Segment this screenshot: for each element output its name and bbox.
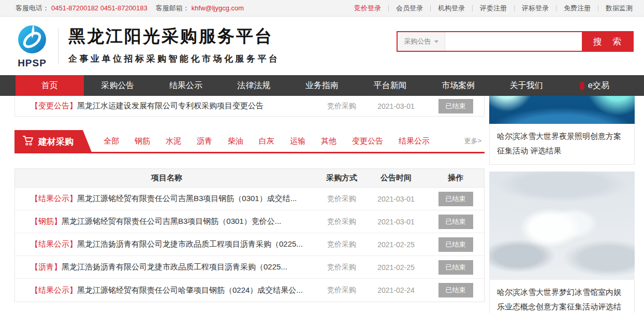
nav-procurement-notices[interactable]: 采购公告 [84, 75, 152, 96]
topbar-links: 竞价登录 会员登录 机构登录 评委注册 评标登录 免费注册 数据监测 [354, 4, 633, 13]
announcement-link[interactable]: 【结果公示】黑龙江源铭经贸有限责任公司哈肇项目钢筋（0224）成交结果公... [15, 286, 318, 295]
procurement-method: 竞价采购 [318, 263, 365, 272]
nav-home[interactable]: 首页 [16, 75, 84, 96]
contact-info: 客服电话： 0451-87200182 0451-87200183 客服邮箱： … [16, 4, 244, 13]
link-org-login[interactable]: 机构登录 [423, 4, 465, 13]
status-badge: 已结束 [438, 215, 473, 229]
email-link[interactable]: khfw@ljygcg.com [192, 4, 244, 12]
row-tag: 【变更公告】 [31, 101, 77, 110]
status-badge: 已结束 [438, 237, 473, 252]
col-header-date: 公告时间 [365, 173, 427, 183]
announcement-date: 2021-02-24 [365, 286, 427, 294]
section-header: 建材采购 全部 钢筋 水泥 沥青 柴油 白灰 运输 其他 变更公告 结果公示 更… [14, 130, 485, 153]
logo-abbr: HPSP [16, 58, 49, 69]
news-image-ice-world-night [489, 96, 635, 124]
status-badge: 已结束 [438, 99, 473, 113]
procurement-method: 竞价采购 [318, 194, 365, 204]
sidebar: 哈尔滨冰雪大世界夜景照明创意方案征集活动 评选结果 哈尔滨冰雪大世界梦幻冰雪馆室… [489, 96, 635, 313]
link-judge-register[interactable]: 评委注册 [465, 4, 507, 13]
table-row: 【结果公示】黑龙江源铭经贸有限责任公司吉黑B3项目钢筋（0301）成交结... … [15, 188, 484, 210]
announcement-link[interactable]: 【钢筋】黑龙江源铭经贸有限责任公司吉黑B3项目钢筋（0301）竞价公... [15, 217, 318, 226]
site-titles: 黑龙江阳光采购服务平台 企事业单位招标采购智能化市场化服务平台 [68, 25, 280, 65]
tab-cement[interactable]: 水泥 [166, 136, 181, 146]
status-badge: 已结束 [438, 260, 473, 275]
announcement-date: 2021-03-01 [365, 102, 427, 110]
search-button[interactable]: 搜 索 [582, 32, 633, 51]
tab-result-notice[interactable]: 结果公示 [399, 136, 430, 146]
table-row: 【结果公示】黑龙江浩扬沥青有限公司龙捷市政品质工程项目沥青采购（0225... … [15, 233, 484, 256]
site-logo[interactable]: HPSP [16, 23, 49, 69]
tab-asphalt[interactable]: 沥青 [197, 136, 212, 146]
tab-all[interactable]: 全部 [104, 136, 119, 146]
announcement-date: 2021-03-01 [365, 218, 427, 226]
link-eval-login[interactable]: 评标登录 [507, 4, 549, 13]
col-header-action: 操作 [427, 173, 484, 183]
announcement-link[interactable]: 【沥青】黑龙江浩扬沥青有限公司龙捷市政品质工程项目沥青采购（0225... [15, 262, 318, 272]
email-label: 客服邮箱： [156, 4, 189, 13]
col-header-title: 项目名称 [15, 173, 318, 183]
tab-diesel[interactable]: 柴油 [228, 136, 243, 146]
page-title: 黑龙江阳光采购服务平台 [68, 25, 280, 48]
logo-icon [16, 48, 48, 56]
link-bidding-login[interactable]: 竞价登录 [354, 4, 381, 13]
main-nav: 首页 采购公告 结果公示 法律法规 业务指南 平台新闻 市场案例 关于我们 e交… [0, 75, 644, 96]
procurement-method: 竞价采购 [318, 240, 365, 249]
tab-lime[interactable]: 白灰 [259, 136, 274, 146]
news-image-snow-park-aerial [489, 172, 635, 280]
page: 客服电话： 0451-87200182 0451-87200183 客服邮箱： … [0, 0, 644, 313]
nav-about-us[interactable]: 关于我们 [492, 75, 561, 96]
content-area: 【变更公告】黑龙江水运建设发展有限公司专利权采购项目变更公告 竞价采购 2021… [0, 96, 644, 313]
tab-change-notice[interactable]: 变更公告 [352, 136, 383, 146]
section-title: 建材采购 [38, 136, 74, 148]
tab-other[interactable]: 其他 [321, 136, 336, 146]
main-column: 【变更公告】黑龙江水运建设发展有限公司专利权采购项目变更公告 竞价采购 2021… [14, 96, 485, 302]
page-subtitle: 企事业单位招标采购智能化市场化服务平台 [68, 53, 280, 65]
status-badge: 已结束 [438, 192, 473, 206]
divider [58, 28, 58, 64]
tab-rebar[interactable]: 钢筋 [135, 136, 150, 146]
table-header: 项目名称 采购方式 公告时间 操作 [15, 169, 484, 188]
table-row: 【钢筋】黑龙江源铭经贸有限责任公司吉黑B3项目钢筋（0301）竞价公... 竞价… [15, 210, 484, 233]
link-member-login[interactable]: 会员登录 [381, 4, 423, 13]
site-header: HPSP 黑龙江阳光采购服务平台 企事业单位招标采购智能化市场化服务平台 采购公… [0, 17, 644, 75]
phone-numbers: 0451-87200182 0451-87200183 [51, 4, 148, 12]
nav-platform-news[interactable]: 平台新闻 [356, 75, 425, 96]
news-card[interactable]: 哈尔滨冰雪大世界梦幻冰雪馆室内娱乐业态概念创意方案征集活动评选结果 [489, 172, 635, 313]
news-caption: 哈尔滨冰雪大世界夜景照明创意方案征集活动 评选结果 [489, 124, 635, 165]
procurement-method: 竞价采购 [318, 286, 365, 295]
flame-icon [580, 81, 584, 90]
procurement-method: 竞价采购 [318, 217, 365, 226]
announcement-link[interactable]: 【结果公示】黑龙江源铭经贸有限责任公司吉黑B3项目钢筋（0301）成交结... [15, 194, 318, 204]
announcement-date: 2021-02-25 [365, 263, 427, 272]
search-category-select[interactable]: 采购公告 [398, 32, 445, 51]
tab-transport[interactable]: 运输 [290, 136, 305, 146]
search-input[interactable] [445, 32, 582, 51]
topbar: 客服电话： 0451-87200182 0451-87200183 客服邮箱： … [0, 0, 644, 17]
nav-laws[interactable]: 法律法规 [220, 75, 288, 96]
col-header-method: 采购方式 [318, 173, 365, 183]
link-data-monitor[interactable]: 数据监测 [591, 4, 633, 13]
status-badge: 已结束 [438, 283, 473, 297]
phone-label: 客服电话： [16, 4, 49, 13]
nav-e-trade[interactable]: e交易 [561, 75, 629, 96]
announcement-date: 2021-03-01 [365, 195, 427, 203]
table-row: 【结果公示】黑龙江源铭经贸有限责任公司哈肇项目钢筋（0224）成交结果公... … [15, 279, 484, 302]
nav-business-guide[interactable]: 业务指南 [288, 75, 356, 96]
more-link[interactable]: 更多> [464, 136, 481, 146]
cart-icon [23, 135, 34, 149]
search-box: 采购公告 搜 索 [397, 31, 634, 52]
procurement-method: 竞价采购 [318, 102, 365, 111]
announcement-link[interactable]: 【结果公示】黑龙江浩扬沥青有限公司龙捷市政品质工程项目沥青采购（0225... [15, 239, 318, 249]
section-title-tab: 建材采购 [14, 130, 92, 153]
category-tabs: 全部 钢筋 水泥 沥青 柴油 白灰 运输 其他 变更公告 结果公示 [104, 130, 430, 152]
chevron-down-icon [434, 40, 438, 43]
news-caption: 哈尔滨冰雪大世界梦幻冰雪馆室内娱乐业态概念创意方案征集活动评选结果 [489, 280, 635, 313]
projects-table: 项目名称 采购方式 公告时间 操作 【结果公示】黑龙江源铭经贸有限责任公司吉黑B… [14, 168, 485, 302]
nav-market-cases[interactable]: 市场案例 [424, 75, 492, 96]
news-card[interactable]: 哈尔滨冰雪大世界夜景照明创意方案征集活动 评选结果 [489, 96, 635, 165]
announcement-date: 2021-02-25 [365, 240, 427, 249]
link-free-register[interactable]: 免费注册 [549, 4, 591, 13]
nav-result-announcements[interactable]: 结果公示 [152, 75, 220, 96]
table-row: 【变更公告】黑龙江水运建设发展有限公司专利权采购项目变更公告 竞价采购 2021… [14, 96, 485, 117]
announcement-link[interactable]: 【变更公告】黑龙江水运建设发展有限公司专利权采购项目变更公告 [15, 101, 318, 111]
